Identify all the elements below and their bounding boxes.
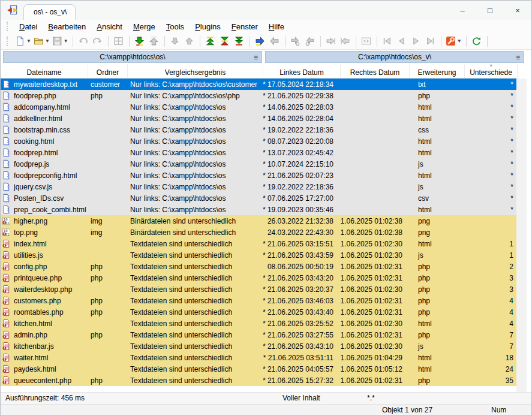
table-row[interactable]: admin.phpphpTextdateien sind unterschied… [1, 329, 518, 340]
cell-result: Nur links: C:\xampp\htdocs\os [128, 204, 263, 215]
cell-diff [465, 227, 518, 238]
options-button[interactable]: ▼ [444, 34, 463, 49]
file-text-icon [2, 364, 12, 374]
column-header-diff[interactable]: ^Unterschiede [465, 64, 518, 79]
menu-item-merge[interactable]: Merge [128, 21, 161, 32]
auto-merge-button [359, 34, 374, 49]
table-row[interactable]: prep_cook_combi.htmlNur links: C:\xampp\… [1, 204, 518, 215]
table-row[interactable]: utilities.jsTextdateien sind unterschied… [1, 249, 518, 261]
first-file-button [380, 34, 395, 49]
minimize-button[interactable]: – [449, 1, 476, 20]
cell-folder [88, 135, 128, 147]
next-difference-button[interactable] [133, 34, 147, 49]
first-difference-button[interactable] [203, 34, 218, 49]
table-row[interactable]: foodprep.htmlNur links: C:\xampp\htdocs\… [1, 147, 518, 158]
table-row[interactable]: index.htmlTextdateien sind unterschiedli… [1, 238, 518, 249]
table-row[interactable]: foodprep.jsNur links: C:\xampp\htdocs\os… [1, 158, 518, 170]
cell-diff: * [465, 170, 518, 181]
cell-ext: js [410, 340, 465, 352]
table-row[interactable]: foodprep.phpphpNur links: C:\xampp\htdoc… [1, 90, 518, 101]
menu-item-hilfe[interactable]: Hilfe [263, 21, 290, 32]
cell-ext: php [410, 90, 465, 101]
file-text-icon [2, 273, 12, 283]
cell-ext: php [410, 284, 465, 295]
column-header-ext[interactable]: Erweiterung [410, 64, 465, 79]
table-row[interactable]: Posten_IDs.csvNur links: C:\xampp\htdocs… [1, 192, 518, 204]
table-row[interactable]: addkellner.htmlNur links: C:\xampp\htdoc… [1, 113, 518, 124]
last-difference-button[interactable] [232, 34, 247, 49]
vertical-scrollbar[interactable] [516, 79, 527, 392]
table-row[interactable]: kitchenbar.jsTextdateien sind unterschie… [1, 340, 518, 352]
column-header-rdate[interactable]: Rechtes Datum [341, 64, 410, 79]
right-path-header[interactable]: C:\xampp\htdocs\os_v\ ≡ [265, 51, 524, 63]
dropdown-caret-icon[interactable]: ▼ [26, 38, 31, 44]
dropdown-caret-icon[interactable]: ▼ [64, 38, 68, 44]
left-path-header[interactable]: C:\xampp\htdocs\os\ ≡ [3, 51, 262, 63]
cell-rdate [341, 147, 410, 158]
table-row[interactable]: printqueue.phpphpTextdateien sind unters… [1, 272, 518, 284]
cell-name: addkellner.html [1, 113, 88, 124]
table-row[interactable]: addcompany.htmlNur links: C:\xampp\htdoc… [1, 101, 518, 113]
menu-item-tools[interactable]: Tools [161, 21, 190, 32]
menu-item-ansicht[interactable]: Ansicht [91, 21, 128, 32]
file-name: kitchenbar.js [14, 342, 54, 351]
table-row[interactable]: customers.phpphpTextdateien sind untersc… [1, 295, 518, 306]
toolbar-grip[interactable] [7, 37, 9, 46]
new-button[interactable]: ▼ [14, 34, 32, 49]
table-row[interactable]: bootstrap.min.cssNur links: C:\xampp\htd… [1, 124, 518, 135]
current-difference-button[interactable] [218, 34, 232, 49]
left-pane-menu-icon[interactable]: ≡ [254, 53, 258, 62]
toolbar-separator [320, 36, 321, 47]
refresh-button[interactable] [470, 34, 484, 49]
file-name: index.html [14, 240, 47, 248]
column-header-name[interactable]: Dateiname [1, 64, 88, 79]
table-row[interactable]: queuecontent.phpphpTextdateien sind unte… [1, 375, 518, 386]
table-row[interactable]: 1001higher.pngimgBinärdateien sind unter… [1, 215, 518, 227]
table-row[interactable]: paydesk.htmlTextdateien sind unterschied… [1, 363, 518, 375]
copy-right-button[interactable] [253, 34, 267, 49]
table-row[interactable]: cooking.htmlNur links: C:\xampp\htdocs\o… [1, 135, 518, 147]
cell-name: queuecontent.php [1, 375, 88, 386]
table-row[interactable]: waiterdesktop.phpTextdateien sind unters… [1, 284, 518, 295]
table-row[interactable]: 1001top.pngimgBinärdateien sind untersch… [1, 227, 518, 238]
dropdown-caret-icon[interactable]: ▼ [45, 38, 50, 44]
close-button[interactable]: × [504, 1, 531, 20]
column-header-folder[interactable]: Ordner [88, 64, 128, 79]
maximize-button[interactable]: □ [476, 1, 504, 20]
cell-diff: * [465, 135, 518, 147]
menu-item-bearbeiten[interactable]: Bearbeiten [43, 21, 91, 32]
cell-ldate: * 13.07.2023 02:45:42 [263, 147, 341, 158]
pane-path-headers: C:\xampp\htdocs\os\ ≡ C:\xampp\htdocs\os… [1, 50, 531, 64]
file-left-icon [2, 80, 12, 89]
cell-folder: php [88, 306, 128, 318]
table-row[interactable]: mywaiterdesktop.txtcustomerNur links: C:… [1, 79, 518, 90]
cell-ext: html [410, 170, 465, 181]
file-left-icon [2, 103, 12, 112]
menubar-grip[interactable] [7, 22, 9, 31]
table-row[interactable]: jquery.csv.jsNur links: C:\xampp\htdocs\… [1, 181, 518, 192]
cell-folder: php [88, 329, 128, 340]
table-row[interactable]: waiter.htmlTextdateien sind unterschiedl… [1, 352, 518, 363]
file-name: roomtables.php [14, 308, 64, 316]
cell-result: Textdateien sind unterschiedlich [128, 261, 263, 272]
menu-item-plugins[interactable]: Plugins [190, 21, 226, 32]
dropdown-caret-icon[interactable]: ▼ [457, 38, 462, 44]
document-tab[interactable]: os\ - os_v\ [23, 4, 76, 20]
cell-ext: js [410, 158, 465, 170]
winmerge-logo-icon [7, 4, 19, 16]
column-header-ldate[interactable]: Linkes Datum [263, 64, 341, 79]
table-row[interactable]: roomtables.phpphpTextdateien sind unters… [1, 306, 518, 318]
table-row[interactable]: config.phpphpTextdateien sind unterschie… [1, 261, 518, 272]
cell-folder [88, 352, 128, 363]
column-header-result[interactable]: Vergleichsergebnis [128, 64, 263, 79]
cell-folder [88, 363, 128, 375]
table-row[interactable]: foodprepconfig.htmlNur links: C:\xampp\h… [1, 170, 518, 181]
right-pane-menu-icon[interactable]: ≡ [516, 53, 520, 62]
open-button[interactable]: ▼ [32, 34, 51, 49]
filter-mask: *.* [367, 394, 375, 402]
table-row[interactable]: kitchen.htmlTextdateien sind unterschied… [1, 318, 518, 329]
file-left-icon [2, 114, 12, 123]
menu-item-datei[interactable]: Datei [14, 21, 43, 32]
cell-name: config.php [1, 261, 88, 272]
menu-item-fenster[interactable]: Fenster [226, 21, 263, 32]
